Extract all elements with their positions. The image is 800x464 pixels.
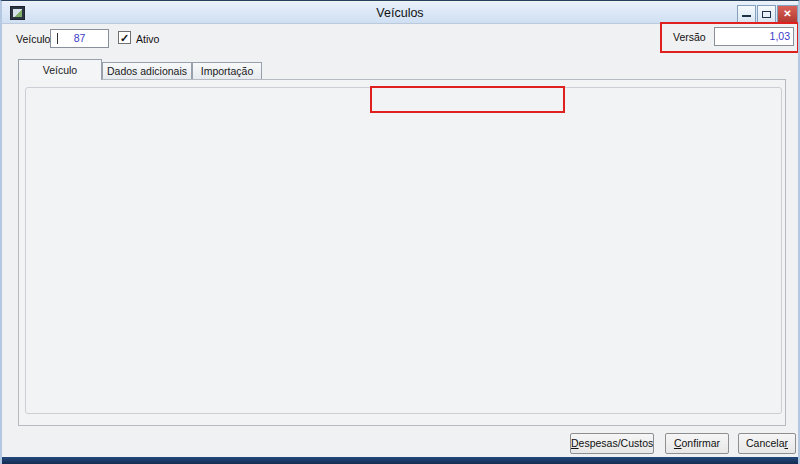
active-checkbox[interactable]: ✓ [118, 31, 131, 44]
tab-importacao[interactable]: Importação [192, 62, 262, 80]
check-icon: ✓ [120, 32, 129, 44]
close-icon: ✕ [783, 8, 791, 19]
despesas-custos-button[interactable]: Despesas/Custos [570, 433, 654, 454]
text-cursor [57, 33, 58, 44]
maximize-button[interactable] [757, 5, 776, 23]
close-button[interactable]: ✕ [777, 5, 798, 23]
vehicles-dialog: Veículos ✕ Veículo 87 ✓ Ativo Versão 1,0… [0, 0, 800, 464]
version-highlight [660, 22, 799, 53]
minimize-button[interactable] [737, 5, 756, 23]
situacao-highlight [370, 86, 565, 113]
tab-page-veiculo [18, 79, 786, 426]
vehicle-label: Veículo [16, 33, 50, 45]
vehicle-group-box [25, 87, 782, 414]
window-bottom-edge [2, 457, 798, 464]
cancelar-button[interactable]: Cancelar [738, 433, 796, 454]
active-label: Ativo [136, 33, 159, 45]
vehicle-id-input[interactable]: 87 [50, 29, 109, 48]
confirmar-button[interactable]: Confirmar [665, 433, 729, 454]
tab-veiculo[interactable]: Veículo [18, 59, 102, 80]
minimize-icon [742, 15, 751, 17]
window-title: Veículos [2, 6, 798, 20]
maximize-icon [762, 11, 771, 18]
title-bar: Veículos ✕ [2, 2, 798, 24]
tab-dados-adicionais[interactable]: Dados adicionais [102, 62, 192, 80]
